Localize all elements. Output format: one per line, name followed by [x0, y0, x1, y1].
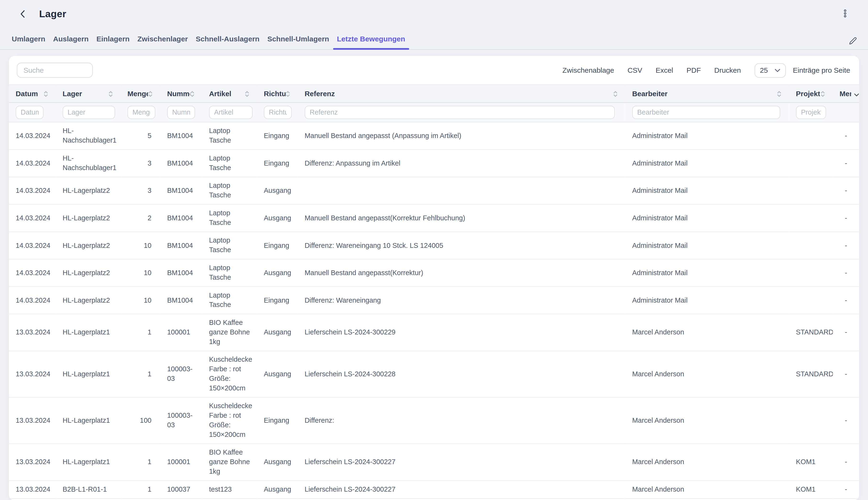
- cell-projekt: [789, 398, 833, 444]
- page-title: Lager: [39, 8, 67, 20]
- filter-cell-artikel: [202, 103, 257, 123]
- cell-referenz: Lieferschein LS-2024-300229: [298, 314, 626, 351]
- filter-artikel-input[interactable]: [209, 106, 253, 119]
- cell-menue: -: [833, 287, 859, 314]
- tab-auslagern[interactable]: Auslagern: [49, 28, 93, 49]
- page-size-value: 25: [760, 66, 768, 75]
- cell-projekt: [789, 232, 833, 260]
- topbar: Lager: [0, 0, 868, 28]
- column-header-menue[interactable]: Menü: [833, 84, 859, 103]
- tab-letzte-bewegungen[interactable]: Letzte Bewegungen: [333, 28, 409, 49]
- cell-menue: -: [833, 177, 859, 205]
- export-csv-button[interactable]: CSV: [621, 63, 649, 78]
- cell-lager: HL-Lagerplatz1: [56, 314, 121, 351]
- cell-nummer: 100003-03: [160, 398, 202, 444]
- cell-menue: -: [833, 123, 859, 150]
- cell-menge: 10: [121, 287, 160, 314]
- sort-icon: [286, 90, 290, 97]
- toolbar-right: ZwischenablageCSVExcelPDFDrucken 25 Eint…: [556, 63, 851, 78]
- kebab-menu-button[interactable]: [843, 8, 847, 19]
- cell-nummer: 100037: [160, 481, 202, 499]
- tab-schnell-auslagern[interactable]: Schnell-Auslagern: [192, 28, 264, 49]
- export-drucken-button[interactable]: Drucken: [708, 63, 748, 78]
- filter-nummer-input[interactable]: [167, 106, 195, 119]
- back-button[interactable]: [20, 8, 29, 20]
- filter-referenz-input[interactable]: [305, 106, 615, 119]
- cell-lager: B2B-L1-R01-1: [56, 481, 121, 499]
- table-row: 14.03.2024HL-Lagerplatz23BM1004Laptop Ta…: [9, 177, 859, 205]
- column-header-nummer[interactable]: Nummer: [160, 84, 202, 103]
- cell-referenz: Differenz: Wareneingang 10 Stck. LS 1240…: [298, 232, 626, 260]
- filter-cell-menue: [833, 103, 859, 123]
- cell-lager: HL-Lagerplatz1: [56, 444, 121, 481]
- column-header-lager[interactable]: Lager: [56, 84, 121, 103]
- column-label: Menü: [840, 90, 851, 98]
- cell-richtung: Eingang: [257, 232, 298, 260]
- filter-cell-referenz: [298, 103, 626, 123]
- tab-einlagern[interactable]: Einlagern: [93, 28, 134, 49]
- table-header-row: DatumLagerMengeNummerArtikelRichtungRefe…: [9, 84, 859, 103]
- export-excel-button[interactable]: Excel: [649, 63, 680, 78]
- column-header-datum[interactable]: Datum: [9, 84, 56, 103]
- cell-bearbeiter: Marcel Anderson: [626, 314, 789, 351]
- cell-lager: HL-Nachschublager1: [56, 150, 121, 177]
- sort-icon: [820, 90, 825, 97]
- filter-lager-input[interactable]: [63, 106, 115, 119]
- cell-menue: -: [833, 351, 859, 398]
- tab-zwischenlager[interactable]: Zwischenlager: [134, 28, 192, 49]
- cell-nummer: BM1004: [160, 232, 202, 260]
- filter-menge-input[interactable]: [127, 106, 155, 119]
- column-label: Artikel: [209, 90, 231, 98]
- table-row: 13.03.2024B2B-L1-R01-11100037test123Ausg…: [9, 481, 859, 499]
- table-row: 13.03.2024HL-Lagerplatz11100001BIO Kaffe…: [9, 444, 859, 481]
- table-row: 14.03.2024HL-Lagerplatz22BM1004Laptop Ta…: [9, 205, 859, 232]
- cell-richtung: Eingang: [257, 150, 298, 177]
- cell-menge: 3: [121, 150, 160, 177]
- cell-projekt: [789, 205, 833, 232]
- cell-datum: 14.03.2024: [9, 150, 56, 177]
- filter-richtung-input[interactable]: [264, 106, 292, 119]
- column-header-bearbeiter[interactable]: Bearbeiter: [626, 84, 789, 103]
- table-row: 14.03.2024HL-Lagerplatz210BM1004Laptop T…: [9, 232, 859, 260]
- column-header-artikel[interactable]: Artikel: [202, 84, 257, 103]
- column-label: Referenz: [305, 90, 335, 98]
- cell-bearbeiter: Administrator Mail: [626, 205, 789, 232]
- cell-nummer: BM1004: [160, 177, 202, 205]
- table-row: 13.03.2024HL-Lagerplatz11100003-03Kusche…: [9, 351, 859, 398]
- cell-nummer: 100003-03: [160, 351, 202, 398]
- export-zwischenablage-button[interactable]: Zwischenablage: [556, 63, 621, 78]
- export-pdf-button[interactable]: PDF: [680, 63, 708, 78]
- filter-datum-input[interactable]: [15, 106, 44, 119]
- column-header-projekt[interactable]: Projekt: [789, 84, 833, 103]
- column-header-menge[interactable]: Menge: [121, 84, 160, 103]
- column-header-referenz[interactable]: Referenz: [298, 84, 626, 103]
- search-input[interactable]: [17, 63, 93, 78]
- edit-button[interactable]: [849, 37, 857, 45]
- tab-umlagern[interactable]: Umlagern: [8, 28, 49, 49]
- filter-cell-datum: [9, 103, 56, 123]
- app-root: Lager UmlagernAuslagernEinlagernZwischen…: [0, 0, 868, 500]
- column-label: Lager: [63, 90, 82, 98]
- column-header-richtung[interactable]: Richtung: [257, 84, 298, 103]
- cell-menue: -: [833, 314, 859, 351]
- filter-projekt-input[interactable]: [796, 106, 826, 119]
- cell-nummer: BM1004: [160, 260, 202, 287]
- cell-nummer: BM1004: [160, 150, 202, 177]
- cell-bearbeiter: Marcel Anderson: [626, 444, 789, 481]
- sort-icon: [190, 90, 195, 97]
- cell-richtung: Eingang: [257, 123, 298, 150]
- cell-projekt: KOM1: [789, 481, 833, 499]
- cell-bearbeiter: Marcel Anderson: [626, 398, 789, 444]
- cell-referenz: Lieferschein LS-2024-300228: [298, 351, 626, 398]
- chevron-down-icon: [854, 93, 859, 96]
- cell-richtung: Eingang: [257, 398, 298, 444]
- cell-datum: 14.03.2024: [9, 177, 56, 205]
- page-size-select[interactable]: 25: [754, 63, 786, 78]
- filter-cell-richtung: [257, 103, 298, 123]
- tab-schnell-umlagern[interactable]: Schnell-Umlagern: [264, 28, 333, 49]
- filter-bearbeiter-input[interactable]: [632, 106, 780, 119]
- cell-projekt: KOM1: [789, 444, 833, 481]
- cell-menue: -: [833, 398, 859, 444]
- cell-menge: 10: [121, 260, 160, 287]
- cell-menge: 2: [121, 205, 160, 232]
